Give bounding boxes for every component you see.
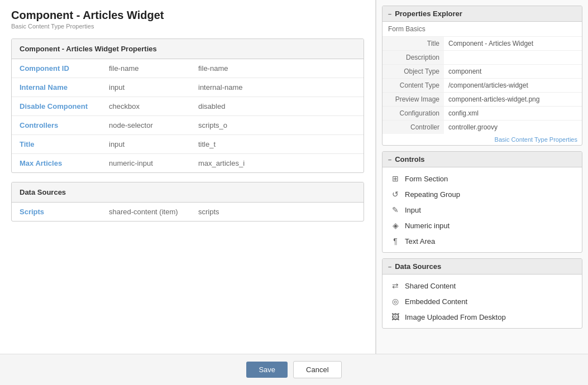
list-item[interactable]: ¶ Text Area [383,233,582,249]
controls-header: – Controls [383,152,582,167]
controls-title: Controls [395,155,424,163]
prop-name[interactable]: Internal Name [12,78,101,97]
table-row: Component ID file-name file-name [12,59,364,78]
form-basics-row: Description [383,51,582,65]
prop-name[interactable]: Disable Component [12,97,101,116]
fb-field-value: component-articles-widget.png [444,93,582,107]
prop-type: node-selector [101,116,190,135]
controls-list: ⊞ Form Section ↺ Repeating Group ✎ Input… [383,167,582,252]
control-icon: ¶ [390,236,400,246]
list-item[interactable]: ↺ Repeating Group [383,186,582,202]
properties-table-container: Component - Articles Widget Properties C… [11,38,364,173]
fb-field-label: Preview Image [383,93,444,107]
fb-field-label: Configuration [383,107,444,121]
control-icon: ✎ [390,205,400,215]
properties-table-header: Component - Articles Widget Properties [12,39,364,59]
table-row: Scripts shared-content (item) scripts [12,203,364,221]
list-item[interactable]: ⊞ Form Section [383,171,582,186]
form-basics-row: Configuration config.xml [383,107,582,121]
ds-name[interactable]: Scripts [12,203,101,221]
control-label: Text Area [405,237,435,246]
properties-table: Component ID file-name file-name Interna… [12,59,364,172]
left-panel: Component - Articles Widget Basic Conten… [0,0,376,354]
list-item[interactable]: ⇄ Shared Content [383,278,582,293]
properties-explorer-header: – Properties Explorer [383,6,582,22]
prop-type: input [101,78,190,97]
right-panel: – Properties Explorer Form Basics Title … [376,0,588,354]
fb-field-value: config.xml [444,107,582,121]
datasources-table: Scripts shared-content (item) scripts [12,203,364,221]
footer: Save Cancel [0,354,588,385]
prop-name[interactable]: Max Articles [12,154,101,173]
datasource-label: Embedded Content [405,297,467,306]
prop-name[interactable]: Title [12,135,101,154]
list-item[interactable]: ◈ Numeric input [383,218,582,233]
list-item[interactable]: ◎ Embedded Content [383,293,582,309]
form-basics-table: Title Component - Articles Widget Descri… [383,37,582,134]
data-sources-right-title: Data Sources [395,262,441,271]
datasource-icon: ⇄ [390,281,400,291]
prop-value: scripts_o [190,116,364,135]
control-icon: ◈ [390,220,400,230]
prop-name[interactable]: Controllers [12,116,101,135]
controls-collapse-icon[interactable]: – [388,156,391,163]
fb-field-label: Object Type [383,65,444,79]
control-icon: ↺ [390,189,400,199]
prop-value: title_t [190,135,364,154]
data-sources-right-header: – Data Sources [383,259,582,275]
basic-content-type-link[interactable]: Basic Content Type Properties [383,134,582,145]
control-label: Repeating Group [405,190,460,199]
fb-field-label: Controller [383,121,444,134]
page-title: Component - Articles Widget [11,9,364,22]
control-icon: ⊞ [390,174,400,184]
properties-explorer-section: – Properties Explorer Form Basics Title … [382,6,582,146]
control-label: Form Section [405,175,448,183]
fb-field-value: component [444,65,582,79]
ds-type: shared-content (item) [101,203,190,221]
list-item[interactable]: 🖼 Image Uploaded From Desktop [383,309,582,325]
table-row: Controllers node-selector scripts_o [12,116,364,135]
fb-field-label: Content Type [383,79,444,93]
right-panel-scroll: – Properties Explorer Form Basics Title … [376,0,588,354]
prop-type: file-name [101,59,190,78]
properties-explorer-title: Properties Explorer [395,9,462,18]
cancel-button[interactable]: Cancel [293,361,341,378]
fb-field-value: controller.groovy [444,121,582,134]
datasource-label: Image Uploaded From Desktop [405,313,506,321]
data-sources-collapse-icon[interactable]: – [388,263,391,270]
datasource-icon: ◎ [390,296,400,306]
datasources-header: Data Sources [12,182,364,203]
prop-type: input [101,135,190,154]
form-basics-row: Object Type component [383,65,582,79]
fb-field-value [444,51,582,65]
table-row: Title input title_t [12,135,364,154]
form-basics-row: Content Type /component/articles-widget [383,79,582,93]
controls-section: – Controls ⊞ Form Section ↺ Repeating Gr… [382,151,582,253]
data-sources-list: ⇄ Shared Content ◎ Embedded Content 🖼 Im… [383,275,582,328]
form-basics-row: Controller controller.groovy [383,121,582,134]
form-basics-row: Preview Image component-articles-widget.… [383,93,582,107]
table-row: Disable Component checkbox disabled [12,97,364,116]
control-label: Numeric input [405,222,450,230]
datasource-icon: 🖼 [390,312,400,322]
data-sources-right-section: – Data Sources ⇄ Shared Content ◎ Embedd… [382,258,582,329]
list-item[interactable]: ✎ Input [383,202,582,218]
fb-field-label: Description [383,51,444,65]
ds-value: scripts [190,203,364,221]
prop-name[interactable]: Component ID [12,59,101,78]
fb-field-value: /component/articles-widget [444,79,582,93]
datasource-label: Shared Content [405,282,456,290]
prop-value: internal-name [190,78,364,97]
form-basics-label: Form Basics [383,22,582,37]
fb-field-label: Title [383,37,444,51]
prop-value: file-name [190,59,364,78]
fb-field-value: Component - Articles Widget [444,37,582,51]
save-button[interactable]: Save [246,362,288,378]
prop-value: disabled [190,97,364,116]
page-subtitle: Basic Content Type Properties [11,23,364,30]
datasources-container: Data Sources Scripts shared-content (ite… [11,182,364,222]
table-row: Internal Name input internal-name [12,78,364,97]
collapse-icon[interactable]: – [388,11,391,17]
prop-value: max_articles_i [190,154,364,173]
control-label: Input [405,206,421,214]
